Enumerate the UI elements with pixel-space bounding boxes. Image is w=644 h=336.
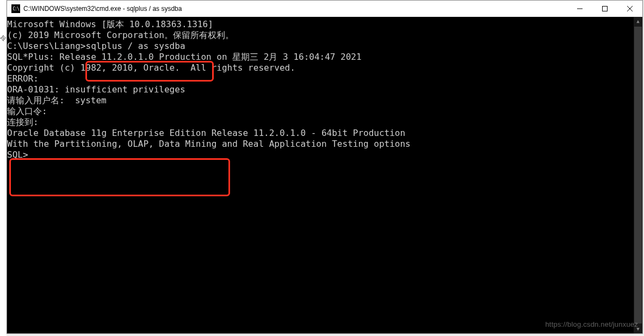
titlebar[interactable]: C:\ C:\WINDOWS\system32\cmd.exe - sqlplu… [7,1,642,17]
watermark-text: https://blog.csdn.net/junxuez [545,319,638,330]
console-line: 请输入用户名: system [7,95,642,106]
console-line: SQL> [7,150,642,160]
svg-rect-1 [603,7,608,11]
scroll-down-icon[interactable]: ▼ [634,325,642,333]
console-area[interactable]: Microsoft Windows [版本 10.0.18363.1316] (… [7,17,642,333]
scrollbar-thumb[interactable] [634,27,642,323]
console-line: With the Partitioning, OLAP, Data Mining… [7,139,642,150]
console-line: Copyright (c) 1982, 2010, Oracle. All ri… [7,63,642,73]
window-title: C:\WINDOWS\system32\cmd.exe - sqlplus / … [23,5,567,13]
cmd-window: C:\ C:\WINDOWS\system32\cmd.exe - sqlplu… [7,0,643,334]
gutter-char: 令 [0,35,7,41]
console-line: ORA-01031: insufficient privileges [7,84,642,95]
close-button[interactable] [617,1,642,17]
scrollbar-track[interactable]: ▲ ▼ [634,17,642,333]
page-gutter: 令 [0,0,7,336]
console-line: C:\Users\Liang>sqlplus / as sysdba [7,41,642,52]
console-line: 连接到: [7,117,642,128]
minimize-button[interactable] [567,1,592,17]
maximize-button[interactable] [592,1,617,17]
console-line: SQL*Plus: Release 11.2.0.1.0 Production … [7,52,642,63]
console-line: Oracle Database 11g Enterprise Edition R… [7,128,642,139]
console-line: (c) 2019 Microsoft Corporation。保留所有权利。 [7,30,642,41]
window-controls [567,1,642,17]
annotation-box-login [9,158,230,196]
scroll-up-icon[interactable]: ▲ [634,17,642,26]
console-line: Microsoft Windows [版本 10.0.18363.1316] [7,19,642,30]
console-line: 输入口令: [7,106,642,117]
console-line: ERROR: [7,73,642,84]
cmd-icon: C:\ [11,4,20,13]
